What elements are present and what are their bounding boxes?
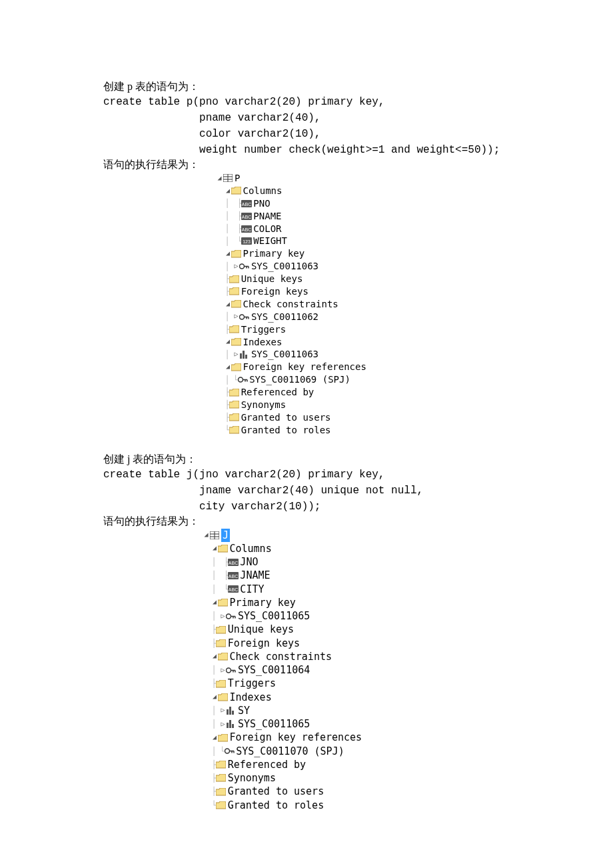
node-label: Unique keys [228,623,294,636]
folder-icon [231,338,241,346]
tree-unique-keys-folder[interactable]: ├Unique keys [203,623,510,636]
node-label: SYS_C0011069 (SPJ) [249,373,350,386]
tree-unique-keys-folder[interactable]: ├Unique keys [217,273,510,285]
folder-icon [216,680,227,688]
tree-key-item[interactable]: │ ▷SYS_C0011063 [217,260,510,273]
tree-root-p[interactable]: ◢P [217,172,510,185]
tree-triggers-folder[interactable]: ├Triggers [217,323,510,336]
expand-icon: ◢ [211,598,217,607]
node-label: PNAME [253,210,281,223]
folder-icon [231,363,241,371]
table-icon [209,531,220,539]
node-label: Granted to users [228,785,324,798]
node-label: Indexes [229,691,271,704]
tree-column-item[interactable]: │ ├PNO [217,197,510,210]
tree-synonyms-folder[interactable]: ├Synonyms [203,771,510,785]
tree-column-item[interactable]: │ ├JNO [203,555,510,569]
tree-foreign-keys-folder[interactable]: ├Foreign keys [203,637,510,650]
tree-key-item[interactable]: │ └SYS_C0011070 (SPJ) [203,745,510,758]
text-column-icon [241,213,252,220]
node-label: SYS_C0011063 [251,260,318,273]
tree-column-item[interactable]: │ └WEIGHT [217,235,510,247]
node-label: CITY [240,583,264,596]
node-label: Indexes [243,336,282,349]
tree-index-item[interactable]: │ ▷SYS_C0011065 [203,717,510,731]
tree-indexes-folder[interactable]: ◢Indexes [203,691,510,704]
node-label: SYS_C0011062 [251,311,318,323]
folder-icon [231,300,241,308]
tree-granted-users-folder[interactable]: ├Granted to users [203,785,510,798]
folder-icon [217,693,228,701]
node-label: SYS_C0011063 [251,348,318,361]
number-column-icon [241,237,252,245]
tree-fk-ref-folder[interactable]: ◢Foreign key references [217,361,510,373]
folder-icon [229,325,240,333]
tree-key-item[interactable]: │ ▷SYS_C0011062 [217,311,510,323]
node-label: Foreign key references [243,361,366,373]
tree-foreign-keys-folder[interactable]: ├Foreign keys [217,285,510,298]
tree-index-item[interactable]: │ ▷SY [203,704,510,717]
expand-icon: ◢ [225,300,231,309]
tree-root-j[interactable]: ◢J [203,529,510,542]
node-label: Granted to users [241,411,331,424]
expand-icon: ▷ [220,666,226,675]
tree-fk-ref-folder[interactable]: ◢Foreign key references [203,731,510,744]
code-line: create table p(pno varchar2(20) primary … [103,94,510,110]
node-label: Triggers [241,323,286,336]
node-label: SYS_C0011070 (SPJ) [236,745,344,758]
node-label: Check constraints [229,650,332,663]
expand-icon: ▷ [220,720,226,729]
tree-key-item[interactable]: │ └SYS_C0011069 (SPJ) [217,373,510,386]
tree-key-item[interactable]: │ ▷SYS_C0011065 [203,609,510,623]
folder-icon [217,599,228,607]
node-label: JNAME [240,569,270,582]
node-label: Check constraints [243,298,338,311]
tree-granted-roles-folder[interactable]: └Granted to roles [217,424,510,437]
index-icon [239,351,250,359]
tree-check-folder[interactable]: ◢Check constraints [217,298,510,311]
node-label: P [235,172,240,185]
tree-primary-key-folder[interactable]: ◢Primary key [217,247,510,260]
tree-column-item[interactable]: │ ├COLOR [217,223,510,235]
tree-columns-folder[interactable]: ◢Columns [203,542,510,555]
code-line: pname varchar2(40), [103,110,510,126]
tree-granted-users-folder[interactable]: ├Granted to users [217,411,510,424]
code-line: jname varchar2(40) unique not null, [103,483,510,499]
expand-icon: ◢ [211,733,217,743]
node-label: Referenced by [241,386,314,399]
node-label: Columns [243,185,282,197]
expand-icon: ◢ [211,693,217,702]
expand-icon: ◢ [225,249,231,259]
folder-icon [229,413,240,421]
tree-check-folder[interactable]: ◢Check constraints [203,650,510,663]
node-label: Synonyms [228,771,276,785]
tree-referenced-by-folder[interactable]: ├Referenced by [203,758,510,771]
tree-index-item[interactable]: │ ▷SYS_C0011063 [217,348,510,361]
node-label: PNO [253,197,270,210]
text-column-icon [241,225,252,233]
tree-column-item[interactable]: │ └CITY [203,583,510,596]
tree-column-item[interactable]: │ ├PNAME [217,210,510,223]
tree-synonyms-folder[interactable]: ├Synonyms [217,399,510,411]
tree-columns-folder[interactable]: ◢Columns [217,185,510,197]
tree-referenced-by-folder[interactable]: ├Referenced by [217,386,510,399]
tree-column-item[interactable]: │ ├JNAME [203,569,510,582]
expand-icon: ▷ [220,612,226,621]
folder-icon [217,734,228,742]
node-label: SYS_C0011065 [238,609,310,623]
key-icon [237,376,248,383]
key-icon [239,313,250,321]
node-label: Referenced by [228,758,306,771]
node-label: J [221,529,230,542]
tree-triggers-folder[interactable]: ├Triggers [203,677,510,690]
tree-key-item[interactable]: │ ▷SYS_C0011064 [203,663,510,677]
expand-icon: ◢ [225,337,231,347]
tree-granted-roles-folder[interactable]: └Granted to roles [203,799,510,812]
expand-icon: ▷ [220,706,226,715]
folder-icon [216,801,227,809]
key-icon [239,263,250,270]
node-label: WEIGHT [253,235,287,247]
tree-indexes-folder[interactable]: ◢Indexes [217,336,510,349]
key-icon [224,747,235,755]
tree-primary-key-folder[interactable]: ◢Primary key [203,596,510,609]
